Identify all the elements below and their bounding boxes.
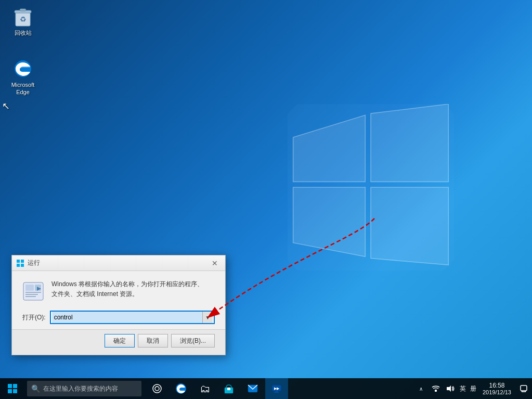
system-clock[interactable]: 16:58 2019/12/13 <box>478 378 515 399</box>
network-icon[interactable] <box>429 378 443 399</box>
mail-button[interactable] <box>241 378 264 399</box>
svg-rect-22 <box>8 384 12 388</box>
svg-rect-19 <box>25 296 36 297</box>
svg-point-26 <box>153 384 161 393</box>
tray-expand-button[interactable]: ∧ <box>414 378 429 399</box>
svg-rect-24 <box>8 389 12 393</box>
ime-button[interactable]: 册 <box>468 378 478 399</box>
edge-taskbar-button[interactable] <box>170 378 192 399</box>
input-wrapper: ▼ <box>50 311 215 324</box>
run-icon <box>22 280 44 302</box>
windows-logo <box>288 104 454 271</box>
dialog-input-row: 打开(O): ▼ <box>12 308 225 329</box>
clock-date: 2019/12/13 <box>483 389 511 395</box>
ok-button[interactable]: 确定 <box>105 334 135 347</box>
dropdown-button[interactable]: ▼ <box>202 312 213 323</box>
svg-rect-14 <box>21 264 24 267</box>
folder-icon: 🗂 <box>200 383 210 395</box>
open-label: 打开(O): <box>22 313 46 322</box>
svg-rect-33 <box>275 391 278 392</box>
search-placeholder-text: 在这里输入你要搜索的内容 <box>43 384 118 393</box>
clock-time: 16:58 <box>489 382 504 389</box>
mouse-cursor: ↖ <box>2 100 10 112</box>
run-dialog: 运行 ✕ Windows 将根据你输入的名称，为你打开相应的程序、文件夹、文档或… <box>11 255 226 355</box>
svg-marker-37 <box>447 385 451 392</box>
recycle-bin-icon[interactable]: ♻ 回收站 <box>4 4 42 38</box>
taskbar: 🔍 在这里输入你要搜索的内容 🗂 <box>0 378 532 399</box>
svg-rect-17 <box>25 292 41 293</box>
remote-desktop-button[interactable]: ▶▶ <box>265 378 288 399</box>
store-button[interactable] <box>217 378 240 399</box>
search-icon: 🔍 <box>31 384 40 393</box>
taskbar-tray: ∧ 英 册 <box>414 378 532 399</box>
dialog-close-button[interactable]: ✕ <box>209 258 221 269</box>
svg-rect-23 <box>13 384 17 388</box>
svg-rect-25 <box>13 389 17 393</box>
file-explorer-button[interactable]: 🗂 <box>193 378 216 399</box>
svg-rect-11 <box>17 260 20 263</box>
language-button[interactable]: 英 <box>458 378 468 399</box>
cancel-button[interactable]: 取消 <box>138 334 168 347</box>
edge-icon-image <box>12 58 33 79</box>
svg-rect-30 <box>227 388 230 390</box>
dialog-title-text: 运行 <box>28 259 209 267</box>
svg-rect-12 <box>21 260 24 263</box>
edge-label-1: Microsoft Edge <box>11 81 35 96</box>
run-title-icon <box>16 259 24 267</box>
dialog-footer: 确定 取消 浏览(B)... <box>12 329 225 355</box>
svg-point-27 <box>155 387 159 391</box>
svg-text:♻: ♻ <box>20 15 27 23</box>
chevron-up-icon: ∧ <box>419 386 423 392</box>
dialog-titlebar: 运行 ✕ <box>12 255 225 271</box>
recycle-bin-image: ♻ <box>12 6 33 27</box>
desktop: ♻ 回收站 Microsoft Edge ↖ <box>0 0 532 399</box>
notification-center-button[interactable] <box>515 378 532 399</box>
start-button[interactable] <box>0 378 25 399</box>
svg-rect-16 <box>25 285 34 291</box>
dialog-body: Windows 将根据你输入的名称，为你打开相应的程序、文件夹、文档或 Inte… <box>12 271 225 308</box>
svg-point-4 <box>288 104 454 271</box>
dialog-description: Windows 将根据你输入的名称，为你打开相应的程序、文件夹、文档或 Inte… <box>51 279 203 299</box>
taskbar-search-bar[interactable]: 🔍 在这里输入你要搜索的内容 <box>27 381 141 396</box>
task-view-button[interactable] <box>146 378 168 399</box>
browse-button[interactable]: 浏览(B)... <box>171 334 215 347</box>
svg-rect-38 <box>521 385 527 391</box>
run-input[interactable] <box>52 312 202 323</box>
svg-rect-7 <box>20 9 26 11</box>
svg-rect-13 <box>17 264 20 267</box>
microsoft-edge-icon[interactable]: Microsoft Edge <box>4 56 42 98</box>
taskbar-middle: 🗂 <box>146 378 288 399</box>
svg-rect-36 <box>435 390 437 392</box>
volume-icon[interactable] <box>443 378 458 399</box>
svg-rect-18 <box>25 294 38 295</box>
svg-text:▶▶: ▶▶ <box>274 387 280 390</box>
svg-rect-34 <box>274 392 279 393</box>
recycle-bin-label: 回收站 <box>15 29 32 36</box>
